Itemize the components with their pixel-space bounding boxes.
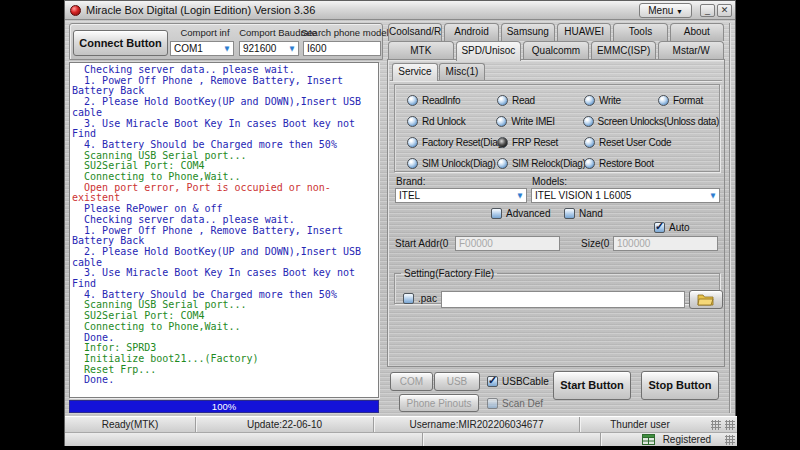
usb-cable-checkbox[interactable]: USBCable xyxy=(487,376,549,387)
brand-label: Brand: xyxy=(396,176,425,187)
progress-bar: 100% xyxy=(69,400,379,413)
log-line: 3. Use Miracle Boot Key In cases Boot ke… xyxy=(72,119,372,140)
radio-label-write-imei: Write IMEI xyxy=(511,116,555,127)
tab-mstar-w[interactable]: Mstar/W xyxy=(658,41,724,60)
window-title: Miracle Box Digital (Login Edition) Vers… xyxy=(86,4,639,16)
auto-checkbox[interactable]: Auto xyxy=(654,222,690,233)
open-folder-icon xyxy=(697,293,715,306)
tab-qualcomm[interactable]: Qualcomm xyxy=(523,41,589,60)
minimize-button[interactable]: _ xyxy=(700,4,715,17)
baudrate-select[interactable]: 921600 ▼ xyxy=(239,41,299,56)
pac-checkbox[interactable]: .pac xyxy=(403,293,437,304)
status-username: Username:MIR202206034677 xyxy=(374,417,580,432)
close-button[interactable]: ✕ xyxy=(717,4,732,17)
radio-sim-relock-diag[interactable] xyxy=(497,158,508,169)
tab-huawei[interactable]: HUAWEI xyxy=(557,23,611,41)
nand-checkbox[interactable]: Nand xyxy=(564,208,603,219)
chevron-down-icon: ▼ xyxy=(286,44,298,53)
radio-factory-reset-diag[interactable] xyxy=(407,137,418,148)
radio-write-imei[interactable] xyxy=(496,116,507,127)
checkbox-checked-icon xyxy=(654,222,665,233)
chevron-down-icon: ▼ xyxy=(514,191,526,200)
checkbox-checked-icon xyxy=(487,376,498,387)
app-icon xyxy=(70,5,81,16)
log-output[interactable]: Checking server data.. please wait. 1. P… xyxy=(69,62,379,398)
log-line: 2. Please Hold BootKey(UP and DOWN),Inse… xyxy=(72,247,372,268)
connect-button[interactable]: Connect Button xyxy=(73,30,168,56)
statusbar-bottom: Registered xyxy=(65,432,737,446)
screen: Miracle Box Digital (Login Edition) Vers… xyxy=(0,0,800,450)
radio-format[interactable] xyxy=(658,95,669,106)
status-ready: Ready(MTK) xyxy=(65,417,196,432)
radio-screen-unlocks-unloss-data[interactable] xyxy=(583,116,594,127)
tab-emmc-isp[interactable]: EMMC(ISP) xyxy=(591,41,657,60)
size-input xyxy=(613,236,718,251)
radio-label-screen-unlocks-unloss-data: Screen Unlocks(Unloss data) xyxy=(598,116,719,127)
tab-misc[interactable]: Misc(1) xyxy=(439,63,485,80)
service-options-group: ReadInfoReadWriteFormatRd UnlockWrite IM… xyxy=(394,84,720,172)
log-line: Open port error, Port is occupied or non… xyxy=(72,183,372,204)
browse-button[interactable] xyxy=(689,290,723,309)
radio-label-rd-unlock: Rd Unlock xyxy=(422,116,465,127)
radio-frp-reset[interactable] xyxy=(497,137,508,148)
tab-spd-unisoc[interactable]: SPD/Unisoc xyxy=(456,41,522,61)
radio-readinfo[interactable] xyxy=(407,95,418,106)
tab-android[interactable]: Android xyxy=(444,23,498,41)
divider xyxy=(390,80,722,81)
comport-label: Comport inf xyxy=(170,27,240,38)
radio-label-sim-unlock-diag: SIM Unlock(Diag) xyxy=(422,158,496,169)
radio-label-sim-relock-diag: SIM Relock(Diag) xyxy=(512,158,586,169)
chevron-down-icon: ▼ xyxy=(707,191,719,200)
log-line: Checking server data.. please wait. xyxy=(72,215,372,226)
tab-about[interactable]: About xyxy=(670,23,724,41)
radio-label-read: Read xyxy=(512,95,535,106)
tab-service[interactable]: Service xyxy=(392,63,438,81)
stop-button[interactable]: Stop Button xyxy=(641,371,719,400)
search-model-input[interactable] xyxy=(303,41,381,56)
titlebar: Miracle Box Digital (Login Edition) Vers… xyxy=(65,1,735,20)
tab-tools[interactable]: Tools xyxy=(613,23,667,41)
statusbar-top: Ready(MTK) Update:22-06-10 Username:MIR2… xyxy=(65,416,737,432)
radio-write[interactable] xyxy=(584,95,595,106)
radio-rd-unlock[interactable] xyxy=(407,116,418,127)
radio-read[interactable] xyxy=(497,95,508,106)
tab-samsung[interactable]: Samsung xyxy=(501,23,555,41)
start-button[interactable]: Start Button xyxy=(553,371,631,400)
advanced-checkbox[interactable]: Advanced xyxy=(491,208,550,219)
checkbox-icon xyxy=(564,208,575,219)
start-addr-input xyxy=(455,236,560,251)
chevron-down-icon: ▼ xyxy=(221,44,233,53)
comport-select[interactable]: COM1 ▼ xyxy=(170,41,234,56)
radio-restore-boot[interactable] xyxy=(584,158,595,169)
com-scan-button: COM Scan xyxy=(390,372,433,391)
registered-grid-icon xyxy=(642,434,655,445)
radio-label-format: Format xyxy=(673,95,703,106)
start-addr-label: Start Addr(0 xyxy=(395,238,448,249)
connection-bar: Connect Button Comport inf COM1 ▼ Compor… xyxy=(69,23,383,60)
log-line: 1. Power Off Phone , Remove Battery, Ins… xyxy=(72,226,372,247)
checkbox-icon xyxy=(403,293,414,304)
tab-coolsand-rda[interactable]: Coolsand/RDA xyxy=(388,23,442,41)
log-line: Done. xyxy=(72,375,372,386)
size-label: Size(0 xyxy=(581,238,609,249)
brand-select[interactable]: ITEL ▼ xyxy=(395,188,527,203)
divider xyxy=(729,23,730,413)
grip-dots xyxy=(711,420,721,430)
spd-unisoc-tabpage: Service Misc(1) ReadInfoReadWriteFormatR… xyxy=(387,59,725,367)
grip-dots xyxy=(725,435,735,445)
app-window: Miracle Box Digital (Login Edition) Vers… xyxy=(64,0,736,446)
models-select[interactable]: ITEL VISION 1 L6005 ▼ xyxy=(531,188,720,203)
menu-button[interactable]: Menu ▼ xyxy=(639,3,692,18)
menu-dropdown-icon: ▼ xyxy=(676,8,683,15)
log-line: 3. Use Miracle Boot Key In cases Boot ke… xyxy=(72,268,372,289)
radio-label-frp-reset: FRP Reset xyxy=(512,137,558,148)
status-update: Update:22-06-10 xyxy=(196,417,374,432)
radio-sim-unlock-diag[interactable] xyxy=(407,158,418,169)
factory-file-path-input[interactable] xyxy=(441,291,685,308)
search-model-label: Search phone model xyxy=(301,27,383,38)
radio-reset-user-code[interactable] xyxy=(584,137,595,148)
tab-mtk[interactable]: MTK xyxy=(388,41,454,60)
checkbox-icon xyxy=(491,208,502,219)
log-line: 1. Power Off Phone , Remove Battery, Ins… xyxy=(72,76,372,97)
status-empty xyxy=(423,433,601,446)
